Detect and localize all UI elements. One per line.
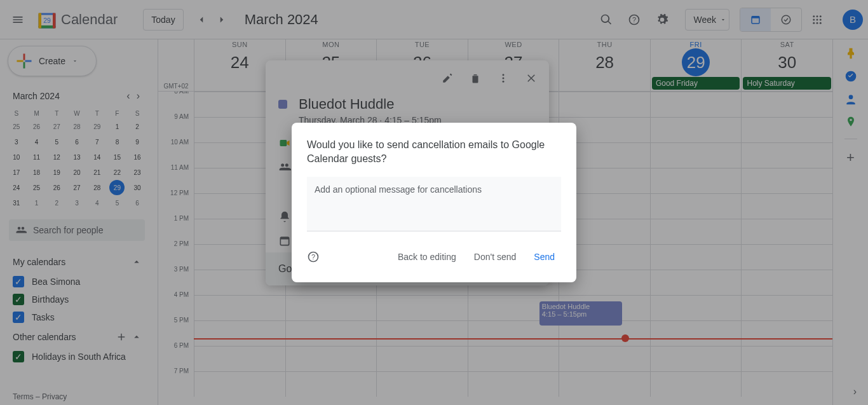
send-button[interactable]: Send	[527, 247, 561, 267]
dont-send-button[interactable]: Don't send	[468, 247, 523, 267]
dialog-help-button[interactable]: ?	[307, 251, 320, 263]
back-to-editing-button[interactable]: Back to editing	[391, 247, 463, 267]
help-icon: ?	[307, 251, 320, 263]
dialog-title: Would you like to send cancellation emai…	[307, 138, 561, 167]
cancellation-dialog: Would you like to send cancellation emai…	[292, 123, 576, 282]
cancellation-message-input[interactable]	[307, 177, 561, 231]
svg-text:?: ?	[311, 253, 315, 261]
